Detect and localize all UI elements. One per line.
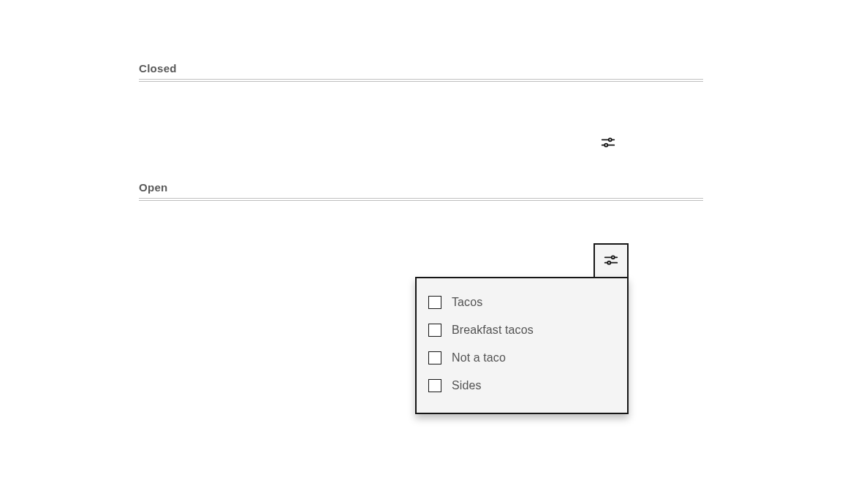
checkbox-icon[interactable] bbox=[428, 379, 441, 392]
filter-popover: Tacos Breakfast tacos Not a taco Sides bbox=[415, 243, 629, 414]
filter-option[interactable]: Breakfast tacos bbox=[428, 316, 615, 344]
section-divider bbox=[139, 198, 703, 201]
filter-option-label: Tacos bbox=[452, 296, 482, 309]
svg-point-7 bbox=[607, 261, 610, 264]
open-section-label: Open bbox=[139, 181, 703, 194]
svg-point-1 bbox=[609, 138, 612, 141]
checkbox-icon[interactable] bbox=[428, 351, 441, 364]
open-section: Open bbox=[139, 181, 703, 201]
filter-button-closed[interactable] bbox=[595, 130, 621, 156]
filter-option[interactable]: Sides bbox=[428, 372, 615, 400]
checkbox-icon[interactable] bbox=[428, 296, 441, 309]
filter-sliders-icon bbox=[603, 252, 619, 271]
closed-section-label: Closed bbox=[139, 62, 703, 75]
closed-section: Closed bbox=[139, 62, 703, 82]
svg-point-3 bbox=[604, 143, 607, 146]
section-divider bbox=[139, 79, 703, 82]
filter-button-open[interactable] bbox=[593, 243, 629, 278]
filter-option-label: Not a taco bbox=[452, 351, 506, 364]
filter-option[interactable]: Not a taco bbox=[428, 344, 615, 372]
filter-option-label: Breakfast tacos bbox=[452, 324, 534, 337]
filter-option-label: Sides bbox=[452, 379, 482, 392]
filter-sliders-icon bbox=[600, 134, 616, 153]
svg-point-5 bbox=[612, 256, 615, 259]
filter-popover-body: Tacos Breakfast tacos Not a taco Sides bbox=[415, 277, 629, 414]
filter-option[interactable]: Tacos bbox=[428, 289, 615, 316]
checkbox-icon[interactable] bbox=[428, 324, 441, 337]
